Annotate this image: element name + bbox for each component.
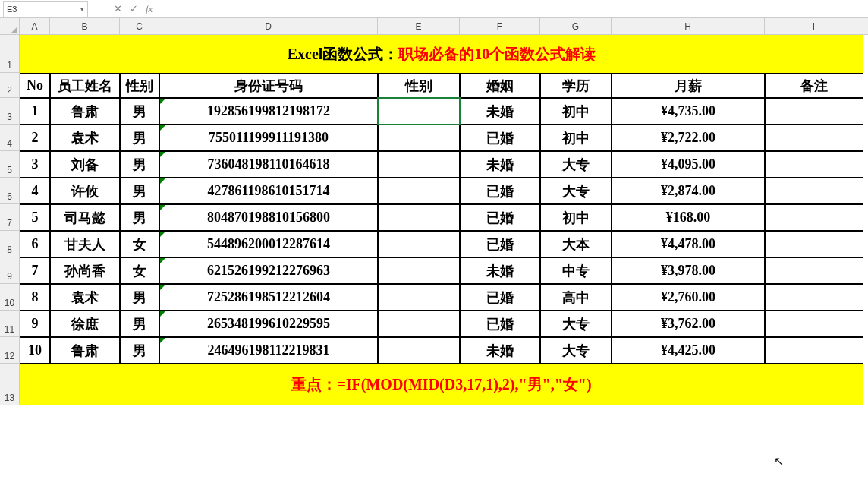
- header-A[interactable]: No: [20, 73, 50, 98]
- cell-G4[interactable]: 初中: [540, 125, 612, 151]
- row-header-4[interactable]: 4: [0, 125, 19, 151]
- cell-H9[interactable]: ¥3,978.00: [612, 257, 765, 284]
- col-header-D[interactable]: D: [159, 18, 378, 34]
- cell-F10[interactable]: 已婚: [460, 284, 540, 311]
- title-cell[interactable]: Excel函数公式：职场必备的10个函数公式解读: [20, 35, 863, 73]
- cell-I3[interactable]: [765, 98, 863, 125]
- cell-G9[interactable]: 中专: [540, 257, 612, 284]
- col-header-B[interactable]: B: [50, 18, 120, 34]
- col-header-I[interactable]: I: [765, 18, 863, 34]
- cell-E12[interactable]: [378, 337, 460, 364]
- cell-D7[interactable]: 804870198810156800: [159, 204, 378, 231]
- cell-E3[interactable]: [378, 98, 460, 125]
- cell-C8[interactable]: 女: [120, 231, 159, 257]
- cell-C7[interactable]: 男: [120, 204, 159, 231]
- footer-cell[interactable]: 重点：=IF(MOD(MID(D3,17,1),2),"男","女"): [20, 364, 863, 405]
- cell-E7[interactable]: [378, 204, 460, 231]
- cell-H5[interactable]: ¥4,095.00: [612, 151, 765, 178]
- cell-C12[interactable]: 男: [120, 337, 159, 364]
- row-header-7[interactable]: 7: [0, 204, 19, 231]
- cell-E9[interactable]: [378, 257, 460, 284]
- cell-A3[interactable]: 1: [20, 98, 50, 125]
- confirm-icon[interactable]: ✓: [130, 3, 138, 14]
- header-E[interactable]: 性别: [378, 73, 460, 98]
- cell-C5[interactable]: 男: [120, 151, 159, 178]
- cell-C6[interactable]: 男: [120, 178, 159, 204]
- cell-D9[interactable]: 621526199212276963: [159, 257, 378, 284]
- cell-A5[interactable]: 3: [20, 151, 50, 178]
- cell-B3[interactable]: 鲁肃: [50, 98, 120, 125]
- col-header-G[interactable]: G: [540, 18, 612, 34]
- cell-I6[interactable]: [765, 178, 863, 204]
- cell-C4[interactable]: 男: [120, 125, 159, 151]
- row-header-9[interactable]: 9: [0, 257, 19, 284]
- cell-G10[interactable]: 高中: [540, 284, 612, 311]
- cell-I8[interactable]: [765, 231, 863, 257]
- cell-B6[interactable]: 许攸: [50, 178, 120, 204]
- col-header-C[interactable]: C: [120, 18, 159, 34]
- cell-I7[interactable]: [765, 204, 863, 231]
- cell-A4[interactable]: 2: [20, 125, 50, 151]
- cell-B5[interactable]: 刘备: [50, 151, 120, 178]
- header-B[interactable]: 员工姓名: [50, 73, 120, 98]
- cell-H10[interactable]: ¥2,760.00: [612, 284, 765, 311]
- cell-F7[interactable]: 已婚: [460, 204, 540, 231]
- name-box-dropdown-icon[interactable]: ▾: [80, 5, 84, 13]
- cell-B7[interactable]: 司马懿: [50, 204, 120, 231]
- cell-D3[interactable]: 192856199812198172: [159, 98, 378, 125]
- cell-B11[interactable]: 徐庶: [50, 311, 120, 337]
- select-all-corner[interactable]: [0, 18, 20, 35]
- cell-E8[interactable]: [378, 231, 460, 257]
- cell-B12[interactable]: 鲁肃: [50, 337, 120, 364]
- formula-input[interactable]: [156, 1, 868, 17]
- cell-I9[interactable]: [765, 257, 863, 284]
- row-header-13[interactable]: 13: [0, 364, 19, 405]
- cell-G5[interactable]: 大专: [540, 151, 612, 178]
- cell-H12[interactable]: ¥4,425.00: [612, 337, 765, 364]
- cell-F6[interactable]: 已婚: [460, 178, 540, 204]
- cell-H4[interactable]: ¥2,722.00: [612, 125, 765, 151]
- header-C[interactable]: 性别: [120, 73, 159, 98]
- cell-I12[interactable]: [765, 337, 863, 364]
- header-F[interactable]: 婚姻: [460, 73, 540, 98]
- cell-G3[interactable]: 初中: [540, 98, 612, 125]
- cell-B8[interactable]: 甘夫人: [50, 231, 120, 257]
- cell-A10[interactable]: 8: [20, 284, 50, 311]
- cell-C9[interactable]: 女: [120, 257, 159, 284]
- cell-D6[interactable]: 427861198610151714: [159, 178, 378, 204]
- row-header-2[interactable]: 2: [0, 73, 19, 98]
- row-header-6[interactable]: 6: [0, 178, 19, 204]
- col-header-A[interactable]: A: [20, 18, 50, 34]
- cell-B10[interactable]: 袁术: [50, 284, 120, 311]
- cell-F5[interactable]: 未婚: [460, 151, 540, 178]
- row-header-10[interactable]: 10: [0, 284, 19, 311]
- row-header-11[interactable]: 11: [0, 311, 19, 337]
- cell-G7[interactable]: 初中: [540, 204, 612, 231]
- cell-E6[interactable]: [378, 178, 460, 204]
- cell-C11[interactable]: 男: [120, 311, 159, 337]
- row-header-8[interactable]: 8: [0, 231, 19, 257]
- cell-I10[interactable]: [765, 284, 863, 311]
- cell-F12[interactable]: 未婚: [460, 337, 540, 364]
- cell-A12[interactable]: 10: [20, 337, 50, 364]
- cell-A11[interactable]: 9: [20, 311, 50, 337]
- cell-F4[interactable]: 已婚: [460, 125, 540, 151]
- cell-B4[interactable]: 袁术: [50, 125, 120, 151]
- col-header-E[interactable]: E: [378, 18, 460, 34]
- cancel-icon[interactable]: ✕: [114, 3, 122, 14]
- cell-D8[interactable]: 544896200012287614: [159, 231, 378, 257]
- cell-D12[interactable]: 246496198112219831: [159, 337, 378, 364]
- cell-A9[interactable]: 7: [20, 257, 50, 284]
- cell-D4[interactable]: 755011199911191380: [159, 125, 378, 151]
- cell-F11[interactable]: 已婚: [460, 311, 540, 337]
- header-H[interactable]: 月薪: [612, 73, 765, 98]
- cell-G11[interactable]: 大专: [540, 311, 612, 337]
- cell-F3[interactable]: 未婚: [460, 98, 540, 125]
- cell-H8[interactable]: ¥4,478.00: [612, 231, 765, 257]
- cell-E10[interactable]: [378, 284, 460, 311]
- cell-D5[interactable]: 736048198110164618: [159, 151, 378, 178]
- cell-I4[interactable]: [765, 125, 863, 151]
- cell-E11[interactable]: [378, 311, 460, 337]
- cell-C10[interactable]: 男: [120, 284, 159, 311]
- cell-I5[interactable]: [765, 151, 863, 178]
